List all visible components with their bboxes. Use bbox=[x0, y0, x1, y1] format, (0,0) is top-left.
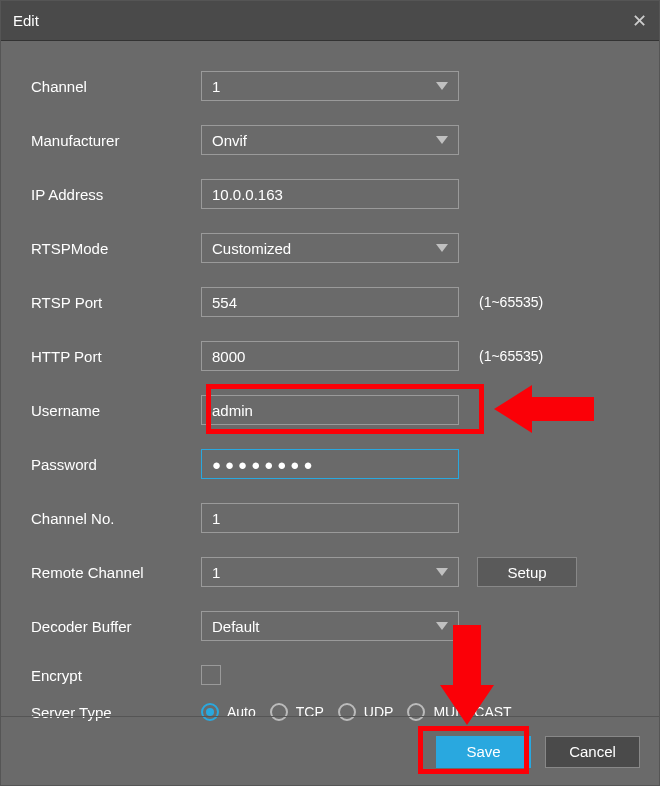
row-rtspmode: RTSPMode Customized bbox=[31, 233, 629, 263]
row-username: Username admin bbox=[31, 395, 629, 425]
password-label: Password bbox=[31, 456, 201, 473]
save-button[interactable]: Save bbox=[436, 736, 531, 768]
chevron-down-icon bbox=[436, 622, 448, 630]
row-channelno: Channel No. 1 bbox=[31, 503, 629, 533]
rtspmode-value: Customized bbox=[212, 240, 291, 257]
setup-button[interactable]: Setup bbox=[477, 557, 577, 587]
httpport-input[interactable]: 8000 bbox=[201, 341, 459, 371]
username-value: admin bbox=[212, 402, 253, 419]
edit-dialog: Edit ✕ Channel 1 Manufacturer Onvif I bbox=[0, 0, 660, 786]
row-manufacturer: Manufacturer Onvif bbox=[31, 125, 629, 155]
titlebar: Edit ✕ bbox=[1, 1, 659, 41]
username-label: Username bbox=[31, 402, 201, 419]
password-value: ●●●●●●●● bbox=[212, 456, 316, 473]
rtspmode-label: RTSPMode bbox=[31, 240, 201, 257]
decoderbuffer-label: Decoder Buffer bbox=[31, 618, 201, 635]
row-password: Password ●●●●●●●● bbox=[31, 449, 629, 479]
chevron-down-icon bbox=[436, 568, 448, 576]
httpport-hint: (1~65535) bbox=[479, 348, 543, 364]
row-encrypt: Encrypt bbox=[31, 665, 629, 685]
remotechannel-label: Remote Channel bbox=[31, 564, 201, 581]
chevron-down-icon bbox=[436, 244, 448, 252]
httpport-label: HTTP Port bbox=[31, 348, 201, 365]
dialog-footer: Save Cancel bbox=[0, 716, 660, 786]
ip-value: 10.0.0.163 bbox=[212, 186, 283, 203]
channel-select[interactable]: 1 bbox=[201, 71, 459, 101]
rtspport-label: RTSP Port bbox=[31, 294, 201, 311]
ip-label: IP Address bbox=[31, 186, 201, 203]
remotechannel-select[interactable]: 1 bbox=[201, 557, 459, 587]
manufacturer-select[interactable]: Onvif bbox=[201, 125, 459, 155]
decoderbuffer-value: Default bbox=[212, 618, 260, 635]
close-icon[interactable]: ✕ bbox=[632, 10, 647, 32]
rtspport-hint: (1~65535) bbox=[479, 294, 543, 310]
manufacturer-value: Onvif bbox=[212, 132, 247, 149]
row-channel: Channel 1 bbox=[31, 71, 629, 101]
chevron-down-icon bbox=[436, 136, 448, 144]
rtspport-input[interactable]: 554 bbox=[201, 287, 459, 317]
password-input[interactable]: ●●●●●●●● bbox=[201, 449, 459, 479]
rtspmode-select[interactable]: Customized bbox=[201, 233, 459, 263]
remotechannel-value: 1 bbox=[212, 564, 220, 581]
channel-label: Channel bbox=[31, 78, 201, 95]
httpport-value: 8000 bbox=[212, 348, 245, 365]
decoderbuffer-select[interactable]: Default bbox=[201, 611, 459, 641]
row-httpport: HTTP Port 8000 (1~65535) bbox=[31, 341, 629, 371]
cancel-button[interactable]: Cancel bbox=[545, 736, 640, 768]
dialog-title: Edit bbox=[13, 12, 39, 29]
channelno-input[interactable]: 1 bbox=[201, 503, 459, 533]
encrypt-checkbox[interactable] bbox=[201, 665, 221, 685]
row-decoderbuffer: Decoder Buffer Default bbox=[31, 611, 629, 641]
username-input[interactable]: admin bbox=[201, 395, 459, 425]
chevron-down-icon bbox=[436, 82, 448, 90]
form-body: Channel 1 Manufacturer Onvif IP Address bbox=[1, 41, 659, 755]
channel-value: 1 bbox=[212, 78, 220, 95]
ip-input[interactable]: 10.0.0.163 bbox=[201, 179, 459, 209]
channelno-value: 1 bbox=[212, 510, 220, 527]
row-rtspport: RTSP Port 554 (1~65535) bbox=[31, 287, 629, 317]
row-ip: IP Address 10.0.0.163 bbox=[31, 179, 629, 209]
row-remotechannel: Remote Channel 1 Setup bbox=[31, 557, 629, 587]
manufacturer-label: Manufacturer bbox=[31, 132, 201, 149]
channelno-label: Channel No. bbox=[31, 510, 201, 527]
rtspport-value: 554 bbox=[212, 294, 237, 311]
encrypt-label: Encrypt bbox=[31, 667, 201, 684]
